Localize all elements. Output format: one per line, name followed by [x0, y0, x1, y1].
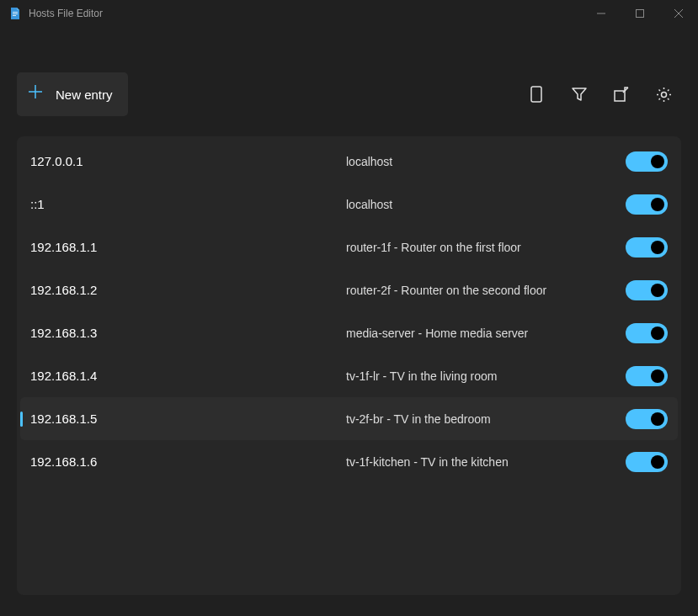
- additional-lines-button[interactable]: [528, 85, 546, 104]
- filter-button[interactable]: [570, 85, 589, 104]
- svg-rect-4: [637, 10, 644, 18]
- svg-rect-0: [13, 12, 18, 13]
- new-entry-button[interactable]: New entry: [17, 72, 128, 116]
- entry-ip: ::1: [30, 197, 346, 211]
- entry-hostname: router-1f - Router on the first floor: [346, 241, 626, 254]
- close-button[interactable]: [659, 0, 698, 27]
- titlebar-left: Hosts File Editor: [8, 7, 103, 20]
- host-entry-row[interactable]: 192.168.1.4tv-1f-lr - TV in the living r…: [20, 354, 678, 397]
- entries-list: 127.0.0.1localhost::1localhost192.168.1.…: [17, 136, 681, 595]
- entry-hostname: router-2f - Rounter on the second floor: [346, 284, 626, 297]
- entry-toggle[interactable]: [626, 452, 668, 472]
- entry-hostname: tv-1f-lr - TV in the living room: [346, 369, 626, 383]
- app-icon: [8, 7, 22, 20]
- entry-ip: 192.168.1.4: [30, 369, 346, 383]
- entry-ip: 192.168.1.2: [30, 283, 346, 297]
- plus-icon: [27, 83, 44, 105]
- entry-hostname: tv-2f-br - TV in the bedroom: [346, 412, 626, 426]
- entry-ip: 127.0.0.1: [30, 154, 346, 168]
- svg-rect-2: [13, 15, 16, 16]
- entry-ip: 192.168.1.6: [30, 454, 346, 469]
- entry-toggle[interactable]: [626, 323, 668, 343]
- entry-hostname: tv-1f-kitchen - TV in the kitchen: [346, 455, 626, 469]
- svg-point-11: [661, 92, 666, 97]
- host-entry-row[interactable]: 192.168.1.6tv-1f-kitchen - TV in the kit…: [20, 440, 678, 483]
- entry-hostname: localhost: [346, 155, 626, 168]
- host-entry-row[interactable]: ::1localhost: [20, 183, 678, 226]
- entry-ip: 192.168.1.1: [30, 240, 346, 254]
- maximize-button[interactable]: [621, 0, 659, 27]
- svg-rect-1: [13, 13, 18, 14]
- toolbar: New entry: [0, 61, 698, 128]
- entry-toggle[interactable]: [626, 151, 668, 172]
- host-entry-row[interactable]: 127.0.0.1localhost: [20, 140, 678, 183]
- entry-toggle[interactable]: [626, 194, 668, 215]
- entry-toggle[interactable]: [626, 409, 668, 429]
- settings-button[interactable]: [654, 85, 673, 104]
- titlebar: Hosts File Editor: [0, 0, 698, 27]
- host-entry-row[interactable]: 192.168.1.3media-server - Home media ser…: [20, 311, 678, 354]
- entry-hostname: media-server - Home media server: [346, 327, 626, 340]
- entry-ip: 192.168.1.5: [30, 412, 346, 426]
- host-entry-row[interactable]: 192.168.1.5tv-2f-br - TV in the bedroom: [20, 397, 678, 440]
- host-entry-row[interactable]: 192.168.1.1router-1f - Router on the fir…: [20, 226, 678, 268]
- entry-hostname: localhost: [346, 198, 626, 211]
- toolbar-right: [528, 85, 673, 104]
- window-controls: [582, 0, 698, 27]
- entry-toggle[interactable]: [626, 280, 668, 300]
- entry-toggle[interactable]: [626, 366, 668, 386]
- open-file-button[interactable]: [612, 85, 631, 104]
- entry-toggle[interactable]: [626, 237, 668, 258]
- host-entry-row[interactable]: 192.168.1.2router-2f - Rounter on the se…: [20, 268, 678, 311]
- svg-rect-9: [531, 87, 541, 102]
- entry-ip: 192.168.1.3: [30, 326, 346, 340]
- minimize-button[interactable]: [582, 0, 621, 27]
- new-entry-label: New entry: [56, 88, 113, 102]
- window-title: Hosts File Editor: [29, 8, 103, 19]
